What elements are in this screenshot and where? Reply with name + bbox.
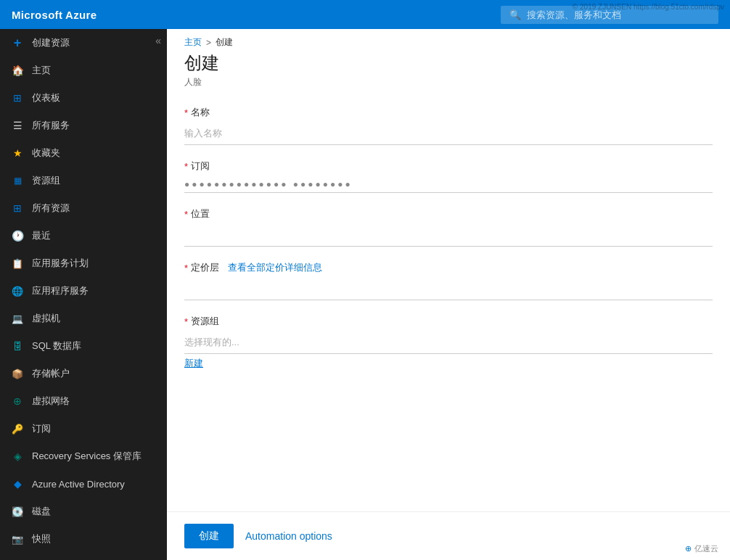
location-label: 位置: [191, 207, 210, 221]
storage-icon: 📦: [10, 366, 25, 381]
watermark: © 2019 ZJUNSEN https://blog.51cto.com/rd…: [573, 3, 724, 11]
sidebar-label: 资源组: [32, 174, 60, 187]
sidebar-item-resource-group[interactable]: ▦ 资源组: [0, 167, 167, 194]
sidebar-item-vnet[interactable]: ⊕ 虚拟网络: [0, 387, 167, 415]
breadcrumb-home[interactable]: 主页: [184, 36, 202, 49]
sidebar-item-recovery-services[interactable]: ◈ Recovery Services 保管库: [0, 442, 167, 470]
required-indicator: *: [184, 209, 188, 220]
snapshot-icon: 📷: [10, 532, 25, 546]
sidebar-label: 快照: [32, 532, 51, 545]
sidebar-label: 创建资源: [32, 36, 70, 49]
sidebar-item-home[interactable]: 🏠 主页: [0, 57, 167, 84]
sidebar-item-recent[interactable]: 🕐 最近: [0, 222, 167, 250]
vm-icon: 💻: [10, 311, 25, 326]
clock-icon: 🕐: [10, 228, 25, 243]
sidebar-item-dashboard[interactable]: ⊞ 仪表板: [0, 84, 167, 112]
list-icon: ☰: [10, 118, 25, 133]
key-icon: 🔑: [10, 421, 25, 436]
sidebar-item-create-resource[interactable]: + 创建资源: [0, 29, 167, 57]
sidebar-item-aad[interactable]: ◆ Azure Active Directory: [0, 470, 167, 498]
required-indicator: *: [184, 161, 188, 172]
home-icon: 🏠: [10, 63, 25, 78]
pricing-label: 定价层: [191, 261, 219, 274]
recovery-icon: ◈: [10, 449, 25, 464]
sidebar-item-all-resources[interactable]: ⊞ 所有资源: [0, 194, 167, 222]
sidebar: « + 创建资源 🏠 主页 ⊞ 仪表板 ☰ 所有服务 ★ 收藏夹: [0, 29, 167, 560]
sidebar-label: 虚拟机: [32, 312, 60, 325]
sidebar-label: 仪表板: [32, 91, 60, 104]
sidebar-item-subscription[interactable]: 🔑 订阅: [0, 415, 167, 442]
sidebar-label: 所有服务: [32, 119, 70, 132]
required-indicator: *: [184, 263, 188, 273]
disk-icon: 💽: [10, 504, 25, 519]
sidebar-label: 收藏夹: [32, 147, 60, 160]
search-icon: 🔍: [509, 9, 521, 20]
resource-group-input[interactable]: [184, 331, 713, 354]
sidebar-item-monitor[interactable]: 📊 监视器: [0, 553, 167, 560]
required-indicator: *: [184, 316, 188, 327]
pricing-input[interactable]: [184, 277, 713, 300]
required-indicator: *: [184, 107, 188, 118]
sidebar-collapse-button[interactable]: «: [155, 35, 161, 46]
automation-options-button[interactable]: Automation options: [245, 530, 332, 542]
page-footer: 创建 Automation options: [167, 511, 730, 560]
form-spacer: [184, 384, 713, 511]
subscription-label: 订阅: [191, 160, 210, 173]
sidebar-label: Recovery Services 保管库: [32, 450, 142, 463]
sidebar-label: 所有资源: [32, 202, 70, 215]
sidebar-item-app-service-plan[interactable]: 📋 应用服务计划: [0, 250, 167, 277]
create-button[interactable]: 创建: [184, 524, 234, 548]
sidebar-label: Azure Active Directory: [32, 479, 125, 490]
sidebar-label: 应用服务计划: [32, 257, 89, 270]
breadcrumb-separator: >: [206, 38, 211, 48]
sidebar-item-sql-db[interactable]: 🗄 SQL 数据库: [0, 332, 167, 360]
location-input[interactable]: [184, 223, 713, 247]
pricing-field-group: * 定价层 查看全部定价详细信息: [184, 261, 713, 300]
name-field-group: * 名称: [184, 106, 713, 145]
breadcrumb-current: 创建: [216, 36, 233, 49]
sidebar-item-snapshot[interactable]: 📷 快照: [0, 525, 167, 553]
sidebar-label: 最近: [32, 229, 51, 242]
sidebar-item-disk[interactable]: 💽 磁盘: [0, 498, 167, 525]
content-area: 主页 > 创建 创建 人脸 * 名称: [167, 29, 730, 560]
sidebar-item-all-services[interactable]: ☰ 所有服务: [0, 112, 167, 139]
sidebar-label: 订阅: [32, 422, 51, 435]
sidebar-label: SQL 数据库: [32, 339, 81, 353]
page-subtitle: 人脸: [184, 76, 713, 88]
app-plan-icon: 📋: [10, 256, 25, 271]
resource-group-label: 资源组: [191, 315, 219, 328]
form-content: 创建 人脸 * 名称 * 订阅 ●●●: [167, 52, 730, 511]
location-field-group: * 位置: [184, 207, 713, 247]
sidebar-label: 磁盘: [32, 505, 51, 518]
aad-icon: ◆: [10, 477, 25, 491]
dashboard-icon: ⊞: [10, 91, 25, 105]
breadcrumb: 主页 > 创建: [167, 29, 730, 52]
subscription-field-group: * 订阅 ●●●●●●●●●●●●●● ●●●●●●●●: [184, 160, 713, 193]
subscription-value: ●●●●●●●●●●●●●● ●●●●●●●●: [184, 176, 713, 193]
resource-group-icon: ▦: [10, 173, 25, 188]
sidebar-item-favorites[interactable]: ★ 收藏夹: [0, 139, 167, 167]
resource-group-field-group: * 资源组 新建: [184, 315, 713, 370]
plus-icon: +: [10, 36, 25, 50]
star-icon: ★: [10, 146, 25, 160]
sidebar-label: 存储帐户: [32, 367, 70, 380]
name-label: 名称: [191, 106, 210, 119]
sidebar-label: 应用程序服务: [32, 284, 89, 297]
sidebar-item-storage[interactable]: 📦 存储帐户: [0, 360, 167, 387]
all-resources-icon: ⊞: [10, 201, 25, 215]
sidebar-item-vm[interactable]: 💻 虚拟机: [0, 305, 167, 332]
sidebar-label: 虚拟网络: [32, 395, 70, 408]
pricing-space: [222, 263, 225, 273]
bottom-watermark: ⊕ 亿速云: [685, 543, 718, 554]
sidebar-item-app-service[interactable]: 🌐 应用程序服务: [0, 277, 167, 305]
app-logo: Microsoft Azure: [12, 9, 97, 21]
sql-icon: 🗄: [10, 339, 25, 353]
new-resource-group-link[interactable]: 新建: [184, 357, 203, 370]
sidebar-label: 主页: [32, 64, 51, 77]
watermark-text: 亿速云: [694, 543, 718, 554]
name-input[interactable]: [184, 122, 713, 145]
watermark-icon: ⊕: [685, 544, 692, 553]
pricing-detail-link[interactable]: 查看全部定价详细信息: [228, 261, 322, 274]
app-service-icon: 🌐: [10, 284, 25, 298]
vnet-icon: ⊕: [10, 394, 25, 408]
